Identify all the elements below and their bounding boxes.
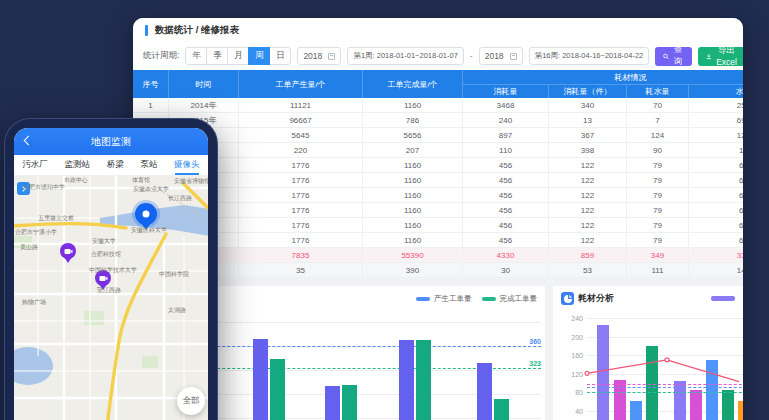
camera-pin[interactable] xyxy=(60,243,76,259)
period-option-月[interactable]: 月 xyxy=(227,47,249,65)
phone-tab-摄像头[interactable]: 摄像头 xyxy=(172,155,202,175)
table-row: 92022年177611604561227967 xyxy=(133,218,743,233)
legend-item[interactable]: 完成工单量 xyxy=(482,294,538,304)
cell-value: 7 xyxy=(627,113,689,128)
reference-line-label: 360 xyxy=(529,338,541,345)
cell-value: 124 xyxy=(627,128,689,143)
phone-screen: 地图监测 污水厂监测站桥梁泵站摄像头 xyxy=(14,128,208,420)
table-row: 72020年177611604561227967 xyxy=(133,188,743,203)
camera-icon xyxy=(64,248,73,255)
cell-value: 79 xyxy=(627,233,689,248)
period-option-日[interactable]: 日 xyxy=(269,47,291,65)
cell-value: 1776 xyxy=(239,233,363,248)
map-view[interactable]: 全部 市政中心合肥市琥珀中学体育馆安徽农业大学安徽省博物馆长江西路五里墩立交桥合… xyxy=(14,176,208,420)
right-chart-legend-swatch[interactable] xyxy=(711,296,735,301)
legend-swatch xyxy=(416,297,430,301)
cell-time: 2014年 xyxy=(169,98,239,113)
cell-value: 129 xyxy=(689,128,743,143)
cell-value: 110 xyxy=(463,143,549,158)
cell-value: 122 xyxy=(549,173,627,188)
bar xyxy=(416,340,431,420)
map-label: 合肥市琥珀中学 xyxy=(23,183,65,192)
map-label: 安徽省博物馆 xyxy=(174,177,208,186)
average-value: 35 xyxy=(239,263,363,278)
phone-tab-监测站[interactable]: 监测站 xyxy=(63,155,93,175)
map-label: 合肥市宁溪小学 xyxy=(15,228,57,237)
cell-value: 367 xyxy=(549,128,627,143)
total-value: 349 xyxy=(627,248,689,263)
cell-value: 1776 xyxy=(239,218,363,233)
cell-value: 786 xyxy=(363,113,463,128)
cell-value: 456 xyxy=(463,188,549,203)
cell-value: 1776 xyxy=(239,158,363,173)
consumables-analysis-chart: 耗材分析2402001601208040 xyxy=(553,286,743,420)
map-label: 合肥科技馆 xyxy=(91,250,121,259)
table-row: 52018年177611604561227967 xyxy=(133,158,743,173)
map-all-button[interactable]: 全部 xyxy=(177,387,205,415)
query-button-label: 查询 xyxy=(672,44,683,68)
total-value: 4330 xyxy=(463,248,549,263)
end-year-select[interactable]: 2018 xyxy=(479,47,523,65)
end-week-input[interactable]: 第16周: 2018-04-16~2018-04-22 xyxy=(529,47,650,65)
legend-item[interactable]: 产生工单量 xyxy=(416,294,472,304)
table-row: 12014年111211160346834070250 xyxy=(133,98,743,113)
chart-legend: 产生工单量完成工单量 xyxy=(416,294,537,304)
period-option-季[interactable]: 季 xyxy=(206,47,228,65)
end-year-value: 2018 xyxy=(485,51,504,61)
back-chevron-icon[interactable] xyxy=(24,136,34,146)
total-value: 859 xyxy=(549,248,627,263)
cell-value: 122 xyxy=(549,218,627,233)
column-header: 序号 xyxy=(133,70,169,98)
export-excel-button[interactable]: 导出Excel xyxy=(698,47,743,66)
start-week-input[interactable]: 第1周: 2018-01-01~2018-01-07 xyxy=(347,47,463,65)
cell-value: 1160 xyxy=(363,158,463,173)
phone-tab-污水厂[interactable]: 污水厂 xyxy=(20,155,50,175)
cell-value: 1160 xyxy=(363,98,463,113)
bar xyxy=(325,386,340,420)
cell-value: 79 xyxy=(627,203,689,218)
cell-value: 220 xyxy=(239,143,363,158)
search-icon xyxy=(663,52,669,61)
map-label: 中国科学院 xyxy=(159,270,189,279)
trend-line xyxy=(587,318,743,420)
table-row: 42017年2202071103989019 xyxy=(133,143,743,158)
map-label: 安徽医科大学 xyxy=(131,226,167,235)
table-row: 102023年177611604561227967 xyxy=(133,233,743,248)
export-button-label: 导出Excel xyxy=(715,45,739,67)
range-separator: - xyxy=(470,51,473,61)
total-value: 7835 xyxy=(239,248,363,263)
period-segmented-control: 年季月周日 xyxy=(185,47,291,65)
cell-value: 1160 xyxy=(363,233,463,248)
y-axis-tick: 200 xyxy=(571,333,583,340)
phone-page-title: 地图监测 xyxy=(91,135,131,149)
cell-value: 67 xyxy=(689,173,743,188)
camera-icon xyxy=(99,275,108,282)
query-button[interactable]: 查询 xyxy=(655,47,692,66)
cell-value: 1776 xyxy=(239,188,363,203)
bar xyxy=(253,339,268,420)
map-label: 太湖路 xyxy=(168,306,186,315)
phone-mockup: 地图监测 污水厂监测站桥梁泵站摄像头 xyxy=(4,118,218,420)
average-value: 53 xyxy=(549,263,627,278)
charts-row: 产生工单量完成工单量360323 耗材分析2402001601208040 xyxy=(133,286,743,420)
y-axis-tick: 120 xyxy=(571,370,583,377)
table-row: 82021年177611604561227967 xyxy=(133,203,743,218)
average-value: 111 xyxy=(627,263,689,278)
cell-value: 122 xyxy=(549,188,627,203)
bar xyxy=(399,340,414,420)
map-label: 市政中心 xyxy=(64,176,88,185)
column-header: 工单完成量/个 xyxy=(363,70,463,98)
selected-camera-pin[interactable] xyxy=(135,203,157,225)
period-option-年[interactable]: 年 xyxy=(185,47,207,65)
phone-tab-桥梁[interactable]: 桥梁 xyxy=(105,155,126,175)
start-year-select[interactable]: 2018 xyxy=(297,47,341,65)
cell-value: 690 xyxy=(689,113,743,128)
period-option-周[interactable]: 周 xyxy=(248,47,270,65)
cell-value: 1160 xyxy=(363,203,463,218)
average-value: 140 xyxy=(689,263,743,278)
phone-tab-泵站[interactable]: 泵站 xyxy=(138,155,159,175)
map-label: 长江西路 xyxy=(168,194,192,203)
period-label: 统计周期: xyxy=(143,50,179,62)
cell-value: 5645 xyxy=(239,128,363,143)
cell-value: 1160 xyxy=(363,188,463,203)
